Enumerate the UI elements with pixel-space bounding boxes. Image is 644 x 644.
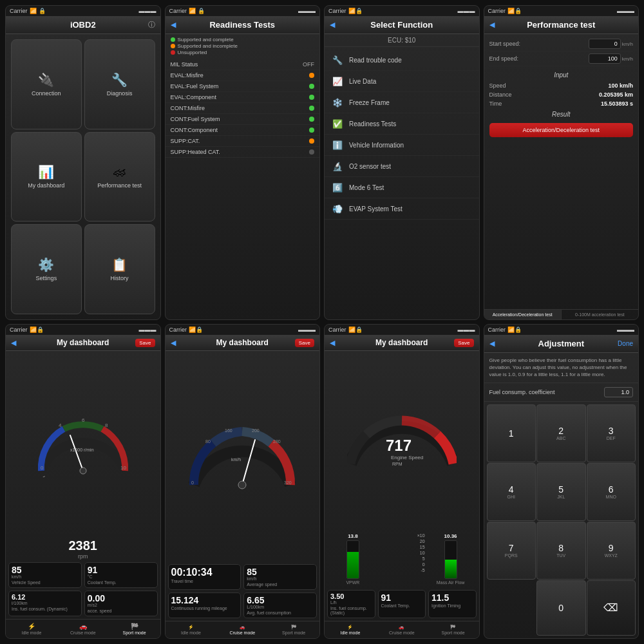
numpad-key-6[interactable]: 6 MNO: [587, 463, 636, 521]
fn-live-data[interactable]: 📈 Live Data: [325, 71, 479, 92]
distance-data-label: Distance: [489, 91, 512, 98]
ignition-label: Ignition Timing: [431, 603, 473, 608]
fn-readiness-tests[interactable]: ✅ Readiness Tests: [325, 113, 479, 135]
fuel-consump-cell: 6.12 l/100km Ins. fuel consum. (Dynamic): [8, 591, 82, 616]
iobd2-grid: 🔌 Connection 🔧 Diagnosis 📊 My dashboard …: [6, 34, 160, 319]
maf-val: 10.36: [444, 533, 457, 539]
perf-inputs: Start speed: km/h End speed: km/h: [484, 34, 639, 69]
info-icon[interactable]: ⓘ: [148, 20, 155, 30]
adjustment-back-button[interactable]: ◀: [489, 339, 495, 348]
settings-label: Settings: [36, 275, 57, 281]
iobd2-connection[interactable]: 🔌 Connection: [11, 39, 82, 129]
tab-idle-1[interactable]: ⚡ Idle mode: [6, 621, 57, 636]
tab-sport-3[interactable]: 🏁 Sport mode: [428, 623, 479, 636]
dot-orange: [171, 44, 175, 48]
numpad-key-4[interactable]: 4 GHI: [487, 463, 536, 521]
numpad-0-num: 0: [558, 603, 564, 613]
perf-tab-0100[interactable]: 0-100M acceleration test: [562, 310, 638, 319]
dashboard3-content: 717 Engine Speed RPM 13.8 VPWR ×10 20 15: [325, 351, 479, 621]
end-speed-input[interactable]: [589, 53, 621, 64]
start-speed-input[interactable]: [589, 39, 621, 49]
dashboard1-title: My dashboard: [57, 338, 109, 347]
carrier-label-5: Carrier: [10, 327, 28, 333]
idle-icon-3: ⚡: [347, 625, 353, 630]
dashboard2-save-button[interactable]: Save: [295, 339, 314, 347]
iobd2-diagnosis[interactable]: 🔧 Diagnosis: [84, 39, 155, 129]
fn-evap[interactable]: 💨 EVAP System Test: [325, 198, 479, 220]
history-icon: 📋: [111, 257, 128, 272]
readiness-row-2: EVAL:Fuel System: [166, 81, 320, 92]
numpad-key-5[interactable]: 5 JKL: [536, 463, 586, 521]
dashboard2-row2: 15.124 Continuous running mileage 6.65 L…: [168, 592, 317, 618]
fuel-coeff-label: Fuel consump. coefficient: [489, 389, 555, 395]
accel-decel-button[interactable]: Acceleration/Deceleration test: [489, 123, 634, 137]
settings-icon: ⚙️: [38, 257, 54, 272]
numpad-key-7[interactable]: 7 PQRS: [487, 522, 536, 580]
supp-heated-indicator: [309, 149, 314, 155]
fn-freeze-frame[interactable]: ❄️ Freeze Frame: [325, 92, 479, 113]
select-fn-back-button[interactable]: ◀: [330, 21, 335, 29]
adjustment-done-button[interactable]: Done: [618, 340, 633, 347]
distance-data-row: Distance 0.205395 km: [484, 90, 639, 99]
svg-text:0: 0: [41, 465, 44, 471]
distance-data-val: 0.205395 km: [599, 91, 633, 98]
numpad-key-8[interactable]: 8 TUV: [536, 522, 586, 580]
tab-sport-1[interactable]: 🏁 Sport mode: [109, 621, 160, 636]
acce-speed-unit: m/s2: [88, 603, 155, 607]
fn-o2-sensor[interactable]: 🔬 O2 sensor test: [325, 156, 479, 177]
iobd2-performance[interactable]: 🏎 Performance test: [84, 132, 155, 222]
svg-text:200: 200: [252, 428, 260, 433]
dashboard3-back-button[interactable]: ◀: [330, 339, 335, 347]
status-bar-3: Carrier 📶🔒 ▬▬▬: [325, 6, 479, 16]
fn-vehicle-info[interactable]: ℹ️ Vehicle Information: [325, 135, 479, 156]
vpwr-val: 13.8: [348, 533, 358, 539]
o2-sensor-icon: 🔬: [331, 160, 344, 173]
iobd2-settings[interactable]: ⚙️ Settings: [11, 224, 82, 314]
numpad-8-alpha: TUV: [556, 553, 565, 558]
fuel-coeff-input[interactable]: [604, 387, 633, 397]
readiness-row-8: SUPP:Heated CAT.: [166, 147, 320, 158]
readiness-back-button[interactable]: ◀: [171, 21, 176, 29]
tab-sport-2[interactable]: 🏁 Sport mode: [268, 623, 319, 636]
avg-fuel-val: 6.65: [247, 596, 314, 605]
dashboard3-save-button[interactable]: Save: [454, 339, 473, 347]
wifi-icon-1: 📶: [30, 8, 37, 14]
lock-icon-1: 🔒: [39, 8, 46, 14]
numpad: 1 2 ABC 3 DEF 4 GHI 5 JKL 6 MNO: [484, 402, 639, 638]
tab-cruise-3[interactable]: 🚗 Cruise mode: [376, 623, 428, 636]
dashboard3-bottom-tabs: ⚡ Idle mode 🚗 Cruise mode 🏁 Sport mode: [325, 621, 479, 638]
eval-fuel-indicator: [309, 84, 314, 89]
performance-label: Performance test: [97, 182, 142, 189]
perf-back-button[interactable]: ◀: [489, 21, 495, 29]
tab-cruise-1[interactable]: 🚗 Cruise mode: [57, 621, 109, 636]
numpad-key-3[interactable]: 3 DEF: [587, 404, 636, 462]
fn-mode6[interactable]: 6️⃣ Mode 6 Test: [325, 177, 479, 198]
numpad-key-0[interactable]: 0: [536, 580, 586, 636]
iobd2-history[interactable]: 📋 History: [84, 224, 155, 314]
avg-speed-cell: 85 km/h Average speed: [243, 564, 317, 590]
numpad-2-alpha: ABC: [556, 436, 565, 440]
numpad-key-delete[interactable]: ⌫: [587, 580, 636, 636]
numpad-key-9[interactable]: 9 WXYZ: [587, 522, 636, 580]
tab-cruise-2[interactable]: 🚗 Cruise mode: [216, 623, 268, 636]
dashboard1-back-button[interactable]: ◀: [11, 339, 16, 347]
fuel-consump-unit: l/100km: [12, 601, 79, 605]
dashboard2-back-button[interactable]: ◀: [171, 339, 176, 347]
static-fuel-val: 3.50: [330, 593, 372, 600]
dashboard1-save-button[interactable]: Save: [135, 339, 155, 347]
acce-speed-val: 0.00: [88, 594, 155, 603]
perf-title: Performance test: [527, 20, 595, 30]
numpad-key-2[interactable]: 2 ABC: [536, 404, 586, 462]
tab-idle-3[interactable]: ⚡ Idle mode: [325, 623, 376, 636]
status-bar-7: Carrier 📶🔒 ▬▬▬: [325, 325, 479, 335]
numpad-key-1[interactable]: 1: [487, 404, 536, 462]
static-fuel-cell: 3.50 L/h Ins. fuel consump.(Static): [327, 590, 375, 618]
tab-idle-2[interactable]: ⚡ Idle mode: [166, 623, 217, 636]
legend-incomplete: Supported and incomplete: [171, 43, 315, 49]
iobd2-dashboard[interactable]: 📊 My dashboard: [11, 132, 82, 222]
dashboard2-content: 0 80 160 200 280 320 km/h 00:10:34 Trave…: [166, 351, 320, 621]
fn-read-trouble[interactable]: 🔧 Read trouble code: [325, 50, 479, 71]
dashboard2-bottom-tabs: ⚡ Idle mode 🚗 Cruise mode 🏁 Sport mode: [166, 621, 320, 638]
numpad-6-alpha: MNO: [606, 495, 616, 499]
perf-tab-accel[interactable]: Acceleration/Deceleration test: [484, 310, 562, 319]
